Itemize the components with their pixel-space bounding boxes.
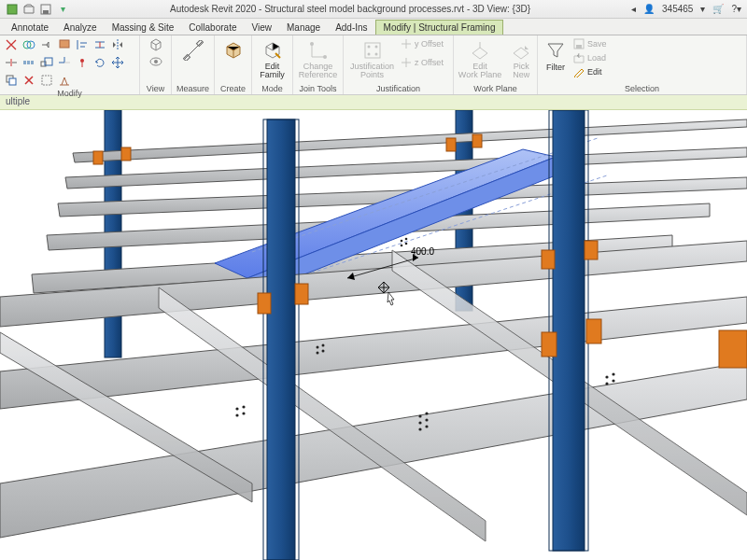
connection-plate[interactable] <box>719 330 747 368</box>
tool-offset-icon[interactable] <box>92 37 107 52</box>
panel-label-mode: Mode <box>256 83 289 93</box>
measure-button[interactable] <box>179 37 207 63</box>
connection-plate[interactable] <box>446 138 456 151</box>
justification-points-button: Justification Points <box>347 37 397 81</box>
svg-rect-6 <box>23 61 26 64</box>
tool-cut-icon[interactable] <box>4 37 19 52</box>
cursor-icon <box>388 292 394 305</box>
edit-selection-button[interactable]: Edit <box>572 65 607 78</box>
svg-point-24 <box>367 53 370 56</box>
tool-group-icon[interactable] <box>39 73 54 88</box>
connection-plate[interactable] <box>258 293 271 314</box>
connection-plate[interactable] <box>542 332 557 357</box>
create-button[interactable] <box>219 37 247 63</box>
change-reference-label: Change Reference <box>299 63 338 79</box>
connection-plate[interactable] <box>121 147 131 161</box>
tool-demolish-icon[interactable] <box>57 73 72 88</box>
3d-viewport[interactable]: 400.0 <box>0 110 747 560</box>
tool-array-icon[interactable] <box>21 55 36 70</box>
tool-rotate-icon[interactable] <box>92 55 107 70</box>
qat-save-icon[interactable] <box>39 3 52 16</box>
dimension-value[interactable]: 400.0 <box>411 246 434 257</box>
tool-cope-icon[interactable] <box>39 37 54 52</box>
favorites-icon[interactable]: ▾ <box>700 4 705 14</box>
connection-plate[interactable] <box>93 151 103 164</box>
svg-rect-5 <box>60 40 69 48</box>
load-selection-button: Load <box>572 51 607 64</box>
pick-new-button: Pick New <box>507 37 535 81</box>
svg-point-20 <box>323 55 327 59</box>
help-icon[interactable]: ?▾ <box>731 4 741 14</box>
tool-align-icon[interactable] <box>75 37 90 52</box>
change-reference-button: Change Reference <box>296 37 341 81</box>
svg-rect-13 <box>9 78 16 85</box>
tool-mirror-icon[interactable] <box>110 37 125 52</box>
tool-scale-icon[interactable] <box>39 55 54 70</box>
edit-family-button[interactable]: Edit Family <box>257 37 288 81</box>
panel-label-measure: Measure <box>176 83 210 93</box>
svg-point-19 <box>310 42 314 46</box>
svg-point-42 <box>401 240 403 243</box>
tab-analyze[interactable]: Analyze <box>56 21 105 35</box>
tab-addins[interactable]: Add-Ins <box>328 21 374 35</box>
svg-point-55 <box>242 412 245 414</box>
tool-move-icon[interactable] <box>110 55 125 70</box>
svg-point-45 <box>405 243 408 245</box>
tab-massing-site[interactable]: Massing & Site <box>105 21 182 35</box>
svg-point-25 <box>374 53 377 56</box>
bolt-group[interactable] <box>401 238 408 247</box>
svg-rect-18 <box>196 40 203 47</box>
tool-split-icon[interactable] <box>4 55 19 70</box>
tool-paint-icon[interactable] <box>57 37 72 52</box>
svg-point-59 <box>612 379 614 382</box>
tool-trim-icon[interactable] <box>57 55 72 70</box>
svg-point-41 <box>322 350 325 353</box>
svg-point-49 <box>425 418 428 421</box>
tab-annotate[interactable]: Annotate <box>4 21 56 35</box>
column-front-right[interactable] <box>549 110 588 551</box>
connection-plate[interactable] <box>295 284 308 304</box>
app-menu-icon[interactable] <box>6 3 19 16</box>
cart-icon[interactable]: 🛒 <box>712 4 724 14</box>
svg-point-51 <box>425 425 428 427</box>
tab-view[interactable]: View <box>244 21 279 35</box>
ribbon: Modify View Measure Create Ed <box>0 35 747 95</box>
qat-dropdown-icon[interactable]: ▾ <box>56 3 69 16</box>
svg-rect-2 <box>43 10 49 14</box>
connection-plate[interactable] <box>585 241 598 259</box>
tool-pin-icon[interactable] <box>75 55 90 70</box>
svg-rect-0 <box>7 5 17 14</box>
tab-manage[interactable]: Manage <box>279 21 328 35</box>
svg-rect-7 <box>27 61 30 64</box>
tool-join-icon[interactable] <box>21 37 36 52</box>
bolt-group[interactable] <box>235 405 245 416</box>
connection-plate[interactable] <box>586 319 601 343</box>
tool-delete-icon[interactable] <box>21 73 36 88</box>
panel-label-view: View <box>144 83 167 93</box>
signin-icon[interactable]: 👤 <box>643 4 655 14</box>
qat-open-icon[interactable] <box>22 3 35 16</box>
svg-point-57 <box>612 372 614 375</box>
z-offset-button: z Offset <box>400 56 444 69</box>
panel-label-work-plane: Work Plane <box>458 83 533 93</box>
view-hide-icon[interactable] <box>148 54 163 69</box>
svg-point-16 <box>154 60 158 63</box>
svg-point-54 <box>235 413 238 416</box>
connection-plate[interactable] <box>542 250 555 269</box>
filter-button[interactable]: Filter <box>542 37 570 74</box>
tool-copy-icon[interactable] <box>4 73 19 88</box>
svg-point-44 <box>401 245 403 247</box>
view-box-icon[interactable] <box>148 37 163 52</box>
tab-collaborate[interactable]: Collaborate <box>181 21 244 35</box>
bolt-group[interactable] <box>605 372 614 385</box>
edit-family-label: Edit Family <box>260 63 285 79</box>
panel-label-create: Create <box>218 83 247 93</box>
svg-point-46 <box>418 414 421 417</box>
options-bar-text: ultiple <box>6 96 30 106</box>
connection-plate[interactable] <box>472 134 482 147</box>
svg-point-47 <box>425 412 428 414</box>
tab-modify-structural-framing[interactable]: Modify | Structural Framing <box>375 20 504 35</box>
nav-back-icon[interactable]: ◂ <box>631 4 636 14</box>
column-front-left[interactable] <box>263 119 299 560</box>
svg-point-22 <box>367 46 370 49</box>
